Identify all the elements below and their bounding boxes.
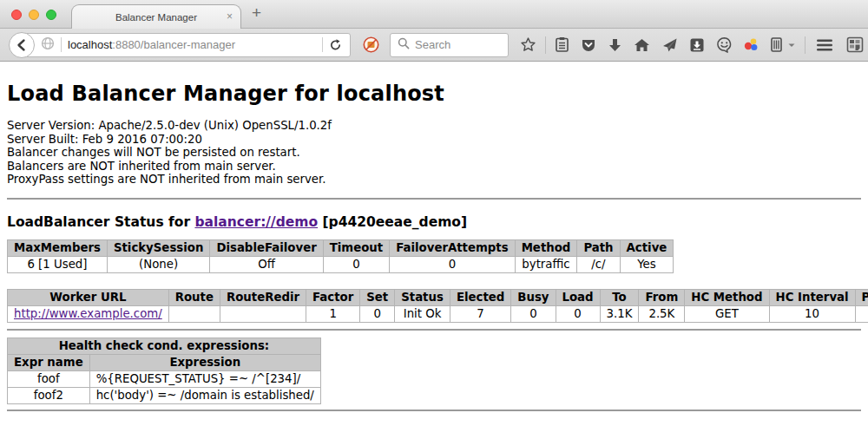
extension-dots-icon[interactable] — [744, 37, 759, 52]
download-badge-icon[interactable] — [689, 37, 705, 53]
new-tab-button[interactable]: + — [252, 3, 261, 23]
col-maxmembers: MaxMembers — [8, 239, 108, 256]
urlbar-divider-2 — [322, 37, 323, 52]
menu-group — [807, 36, 865, 54]
cell-expression: hc('body') =~ /domain is established/ — [89, 387, 320, 403]
search-placeholder: Search — [415, 38, 450, 51]
col-set: Set — [360, 289, 395, 305]
cell-hc-method: GET — [685, 305, 769, 322]
col-load: Load — [556, 289, 600, 305]
dropdown-caret-icon[interactable] — [787, 42, 796, 49]
page-bottom-divider — [7, 410, 861, 411]
cell-factor: 1 — [306, 305, 360, 322]
worker-url-link[interactable]: http://www.example.com/ — [14, 307, 162, 320]
cell-routeredir — [220, 305, 306, 322]
urlbar-divider — [61, 37, 62, 52]
col-hc-interval: HC Interval — [769, 289, 855, 305]
toolbar-divider — [545, 36, 546, 54]
col-routeredir: RouteRedir — [220, 289, 306, 305]
server-built-line: Server Built: Feb 9 2016 07:00:20 — [7, 133, 861, 147]
cell-busy: 0 — [511, 305, 556, 322]
balancer-status-heading: LoadBalancer Status for balancer://demo … — [7, 214, 861, 230]
section-divider — [7, 198, 861, 200]
proxypass-note-line: ProxyPass settings are NOT inherited fro… — [7, 173, 861, 187]
tab-title: Balancer Manager — [115, 12, 197, 23]
tab-grid-icon[interactable] — [846, 36, 864, 53]
search-bar[interactable]: Search — [390, 33, 509, 57]
col-factor: Factor — [306, 289, 360, 305]
cell-method: bytraffic — [515, 256, 577, 272]
col-route: Route — [168, 289, 220, 305]
search-icon — [398, 36, 410, 53]
section-divider-2 — [7, 329, 861, 331]
downloads-icon[interactable] — [608, 37, 622, 53]
cell-stickysession: (None) — [107, 256, 209, 272]
window-titlebar: Balancer Manager × + — [0, 0, 868, 29]
table-header-row: MaxMembers StickySession DisableFailover… — [8, 239, 674, 256]
url-bar[interactable]: localhost:8880/balancer-manager — [21, 33, 351, 57]
url-domain: localhost — [68, 38, 112, 51]
cell-to: 3.1K — [600, 305, 639, 322]
cell-passes: 1 (0) — [855, 305, 868, 322]
cell-expression: %{REQUEST_STATUS} =~ /^[234]/ — [89, 370, 320, 387]
col-hc-method: HC Method — [685, 289, 769, 305]
col-status: Status — [395, 289, 450, 305]
page-content: Load Balancer Manager for localhost Serv… — [0, 82, 868, 411]
server-version-line: Server Version: Apache/2.5.0-dev (Unix) … — [7, 119, 861, 133]
col-elected: Elected — [450, 289, 510, 305]
url-text[interactable]: localhost:8880/balancer-manager — [68, 38, 316, 51]
close-window-button[interactable] — [11, 10, 22, 20]
col-timeout: Timeout — [323, 239, 389, 256]
balancers-note-line: Balancers are NOT inherited from main se… — [7, 160, 861, 174]
cell-failoverattempts: 0 — [390, 256, 515, 272]
balancer-demo-link[interactable]: balancer://demo — [194, 214, 318, 230]
toolbar-icons — [520, 36, 865, 54]
cell-expr-name: foof2 — [8, 387, 90, 403]
bookmark-star-icon[interactable] — [520, 36, 536, 53]
col-expression: Expression — [89, 354, 320, 370]
pocket-icon[interactable] — [581, 37, 596, 53]
table-row: 6 [1 Used] (None) Off 0 0 bytraffic /c/ … — [8, 256, 674, 272]
zoom-window-button[interactable] — [46, 10, 56, 20]
home-icon[interactable] — [634, 37, 650, 53]
send-icon[interactable] — [661, 37, 678, 53]
minimize-window-button[interactable] — [29, 10, 39, 20]
cell-route — [168, 305, 220, 322]
col-from: From — [639, 289, 685, 305]
content-blocked-button[interactable] — [363, 36, 379, 53]
container-icon[interactable] — [770, 36, 783, 53]
browser-tab[interactable]: Balancer Manager × — [71, 4, 241, 29]
menu-icon[interactable] — [816, 38, 833, 52]
reload-button[interactable] — [329, 38, 350, 52]
col-busy: Busy — [511, 289, 556, 305]
toolbar-divider-2 — [805, 36, 806, 54]
health-title-row: Health check cond. expressions: — [8, 338, 321, 354]
status-suffix: [p4420eeae_demo] — [318, 214, 467, 230]
cell-timeout: 0 — [323, 256, 389, 272]
cell-worker-url: http://www.example.com/ — [8, 305, 169, 322]
cell-hc-interval: 10 — [769, 305, 855, 322]
reading-list-icon[interactable] — [555, 36, 569, 53]
cell-from: 2.5K — [639, 305, 685, 322]
expr-row: foof2 hc('body') =~ /domain is establish… — [8, 387, 321, 403]
col-disablefailover: DisableFailover — [210, 239, 323, 256]
col-path: Path — [577, 239, 620, 256]
back-button[interactable] — [9, 32, 35, 58]
close-tab-icon[interactable]: × — [227, 10, 233, 23]
col-worker-url: Worker URL — [8, 289, 169, 305]
col-method: Method — [515, 239, 577, 256]
window-controls — [11, 10, 56, 20]
table-header-row: Worker URL Route RouteRedir Factor Set S… — [8, 289, 868, 305]
navigation-toolbar: localhost:8880/balancer-manager Search — [0, 29, 868, 62]
cell-status: Init Ok — [395, 305, 450, 322]
cell-maxmembers: 6 [1 Used] — [8, 256, 108, 272]
cell-active: Yes — [620, 256, 674, 272]
col-failoverattempts: FailoverAttempts — [390, 239, 515, 256]
back-arrow-icon — [15, 38, 29, 52]
page-title: Load Balancer Manager for localhost — [7, 82, 861, 106]
feedback-smiley-icon[interactable] — [716, 36, 733, 53]
globe-icon — [41, 36, 55, 54]
expr-row: foof %{REQUEST_STATUS} =~ /^[234]/ — [8, 370, 321, 387]
balancer-settings-table: MaxMembers StickySession DisableFailover… — [7, 239, 674, 273]
cell-elected: 7 — [450, 305, 510, 322]
